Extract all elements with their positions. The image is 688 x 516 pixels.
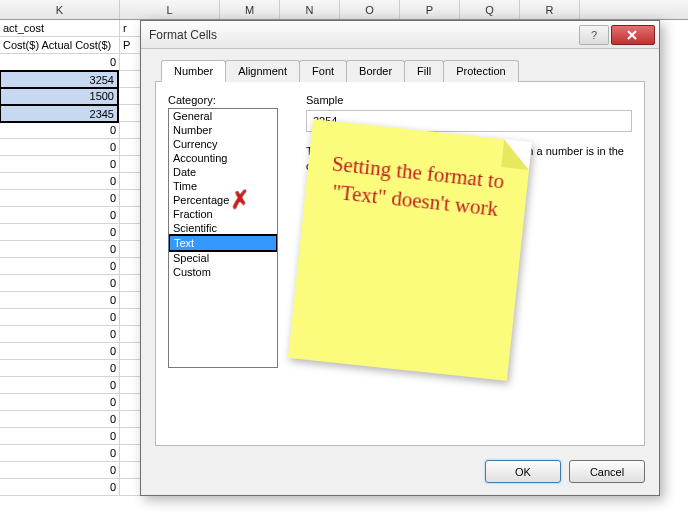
cell[interactable]: 0 <box>0 377 120 394</box>
col-header-p[interactable]: P <box>400 0 460 19</box>
dialog-titlebar[interactable]: Format Cells ? <box>141 21 659 49</box>
cell[interactable]: 0 <box>0 275 120 292</box>
col-header-k[interactable]: K <box>0 0 120 19</box>
col-header-n[interactable]: N <box>280 0 340 19</box>
tab-alignment[interactable]: Alignment <box>225 60 300 82</box>
col-header-l[interactable]: L <box>120 0 220 19</box>
cell[interactable]: 0 <box>0 445 120 462</box>
cell[interactable]: 0 <box>0 309 120 326</box>
category-item-general[interactable]: General <box>169 109 277 123</box>
col-header-o[interactable]: O <box>340 0 400 19</box>
category-item-custom[interactable]: Custom <box>169 265 277 279</box>
tab-fill[interactable]: Fill <box>404 60 444 82</box>
ok-button[interactable]: OK <box>485 460 561 483</box>
cell[interactable]: 0 <box>0 292 120 309</box>
cell[interactable]: 1500 <box>0 88 119 105</box>
sticky-note-annotation: Setting the format to "Text" doesn't wor… <box>288 119 532 381</box>
help-button[interactable]: ? <box>579 25 609 45</box>
category-item-percentage[interactable]: Percentage <box>169 193 277 207</box>
cell[interactable]: 0 <box>0 258 120 275</box>
category-item-fraction[interactable]: Fraction <box>169 207 277 221</box>
category-listbox[interactable]: GeneralNumberCurrencyAccountingDateTimeP… <box>168 108 278 368</box>
col-header-m[interactable]: M <box>220 0 280 19</box>
cell[interactable]: 0 <box>0 343 120 360</box>
cell[interactable]: 0 <box>0 360 120 377</box>
category-item-special[interactable]: Special <box>169 251 277 265</box>
cell[interactable]: 0 <box>0 462 120 479</box>
sample-label: Sample <box>306 94 632 106</box>
dialog-title: Format Cells <box>149 28 577 42</box>
cell[interactable]: 0 <box>0 224 120 241</box>
category-item-accounting[interactable]: Accounting <box>169 151 277 165</box>
cell[interactable]: 0 <box>0 411 120 428</box>
cell[interactable]: 0 <box>0 173 120 190</box>
cell[interactable]: act_cost <box>0 20 120 37</box>
tab-number[interactable]: Number <box>161 60 226 82</box>
col-header-q[interactable]: Q <box>460 0 520 19</box>
cell[interactable]: 0 <box>0 207 120 224</box>
svg-text:?: ? <box>591 30 597 40</box>
col-header-r[interactable]: R <box>520 0 580 19</box>
category-item-scientific[interactable]: Scientific <box>169 221 277 235</box>
cell[interactable]: 0 <box>0 54 120 71</box>
cell[interactable]: 0 <box>0 190 120 207</box>
tab-strip: NumberAlignmentFontBorderFillProtection <box>155 59 645 82</box>
cell[interactable]: 0 <box>0 139 120 156</box>
cell[interactable]: 0 <box>0 394 120 411</box>
category-item-currency[interactable]: Currency <box>169 137 277 151</box>
cell[interactable]: 0 <box>0 428 120 445</box>
category-item-date[interactable]: Date <box>169 165 277 179</box>
tab-border[interactable]: Border <box>346 60 405 82</box>
cell[interactable]: 0 <box>0 156 120 173</box>
tab-font[interactable]: Font <box>299 60 347 82</box>
cell[interactable]: Cost($) Actual Cost($) <box>0 37 120 54</box>
cell[interactable]: 0 <box>0 122 120 139</box>
sticky-note-text: Setting the format to "Text" doesn't wor… <box>318 148 515 224</box>
category-item-text[interactable]: Text <box>168 234 278 252</box>
category-item-time[interactable]: Time <box>169 179 277 193</box>
cell[interactable]: 2345 <box>0 104 119 123</box>
cancel-button[interactable]: Cancel <box>569 460 645 483</box>
column-headers: K L M N O P Q R <box>0 0 688 20</box>
cell[interactable]: 3254 <box>0 70 119 89</box>
cell[interactable]: 0 <box>0 241 120 258</box>
tab-protection[interactable]: Protection <box>443 60 519 82</box>
close-button[interactable] <box>611 25 655 45</box>
category-item-number[interactable]: Number <box>169 123 277 137</box>
cell[interactable]: 0 <box>0 326 120 343</box>
cell[interactable]: 0 <box>0 479 120 496</box>
